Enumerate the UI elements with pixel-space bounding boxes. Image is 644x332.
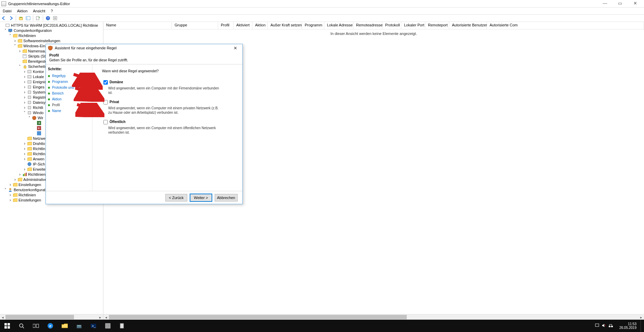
svg-text:e: e [49, 324, 51, 328]
tree-label: Registri [33, 95, 46, 99]
taskbar-clock[interactable]: 11:53 26.05.2019 [617, 322, 639, 330]
up-button[interactable] [18, 15, 24, 21]
col-autorisierte-computer[interactable]: Autorisierte Com [487, 22, 644, 29]
svg-rect-24 [28, 111, 31, 114]
col-name[interactable]: Name [103, 22, 172, 29]
scroll-right-icon[interactable]: ▸ [98, 315, 103, 320]
svg-rect-10 [6, 24, 9, 27]
tray[interactable] [593, 323, 615, 329]
menu-datei[interactable]: Datei [1, 8, 13, 14]
checkbox-privat-label[interactable]: Privat [110, 100, 119, 104]
scroll-thumb[interactable] [5, 315, 74, 319]
show-desktop-button[interactable] [641, 320, 643, 332]
column-headers: Name Gruppe Profil Aktiviert Aktion Auße… [103, 22, 644, 29]
scroll-left-icon[interactable]: ◂ [0, 315, 5, 320]
taskbar[interactable]: e >_ 11:53 26.05.2019 [0, 320, 644, 332]
tree-label: Richtlin [33, 147, 45, 151]
step-label: Profil [52, 103, 60, 107]
taskbar-explorer-icon[interactable] [58, 320, 72, 332]
step-bereich[interactable]: Bereich [48, 90, 90, 96]
step-link[interactable]: Name [52, 109, 61, 113]
checkbox-domaene-label[interactable]: Domäne [110, 80, 123, 84]
col-autorisierte-benutzer[interactable]: Autorisierte Benutzer [449, 22, 487, 29]
col-ausser-kraft[interactable]: Außer Kraft setzen [268, 22, 302, 29]
search-button[interactable] [14, 320, 29, 332]
svg-rect-17 [28, 75, 31, 78]
col-lokaler-port[interactable]: Lokaler Port [401, 22, 425, 29]
svg-rect-30 [24, 173, 25, 176]
dialog-titlebar[interactable]: Assistent für neue eingehende Regel ✕ [46, 44, 242, 52]
back-button[interactable] [1, 15, 7, 21]
col-aktion[interactable]: Aktion [252, 22, 268, 29]
col-programm[interactable]: Programm [302, 22, 324, 29]
properties-button[interactable] [52, 15, 58, 21]
svg-rect-27 [37, 131, 41, 135]
svg-rect-13 [23, 54, 26, 58]
tree-label: Richtlin [33, 152, 45, 156]
tree-hscrollbar[interactable]: ◂ ▸ [0, 314, 103, 320]
taskbar-server-manager-icon[interactable] [72, 320, 86, 332]
tree-label: Namensau [28, 49, 46, 53]
tree-root[interactable]: HTTPS für WinRM [DC2016.ADG.LOCAL] Richt… [0, 23, 103, 28]
scroll-thumb[interactable] [109, 315, 407, 319]
scroll-left-icon[interactable]: ◂ [103, 315, 109, 320]
cancel-button[interactable]: Abbrechen [215, 194, 238, 201]
step-link[interactable]: Programm [52, 80, 68, 84]
step-link[interactable]: Regeltyp [52, 74, 65, 78]
svg-text:?: ? [47, 16, 49, 20]
close-button[interactable]: ✕ [628, 0, 643, 7]
task-view-button[interactable] [29, 320, 43, 332]
col-profil[interactable]: Profil [218, 22, 233, 29]
list-hscrollbar[interactable]: ◂ ▸ [103, 314, 644, 320]
tree-label: System [33, 90, 46, 94]
tray-flag-icon[interactable] [595, 323, 599, 329]
scroll-right-icon[interactable]: ▸ [639, 315, 644, 320]
start-button[interactable] [0, 320, 14, 332]
tree-softwareeinstellungen[interactable]: Softwareeinstellungen [0, 38, 103, 43]
step-regeltyp[interactable]: Regeltyp [48, 73, 90, 79]
export-button[interactable] [35, 15, 41, 21]
help-button[interactable]: ? [45, 15, 51, 21]
menu-aktion[interactable]: Aktion [16, 8, 29, 14]
tree-computerkonfiguration[interactable]: Computerkonfiguration [0, 28, 103, 33]
step-programm[interactable]: Programm [48, 79, 90, 85]
next-button[interactable]: Weiter > [190, 194, 212, 201]
forward-button[interactable] [8, 15, 14, 21]
show-hide-tree-button[interactable] [25, 15, 31, 21]
step-protokolle[interactable]: Protokolle und Ports [48, 85, 90, 90]
col-gruppe[interactable]: Gruppe [172, 22, 218, 29]
step-aktion[interactable]: Aktion [48, 96, 90, 102]
col-lokale-adresse[interactable]: Lokale Adresse [324, 22, 353, 29]
step-name[interactable]: Name [48, 108, 90, 114]
svg-rect-15 [24, 66, 26, 68]
step-link[interactable]: Aktion [52, 97, 62, 101]
menu-help[interactable]: ? [49, 8, 54, 14]
taskbar-ie-icon[interactable]: e [43, 320, 58, 332]
tree-label: Richtli [33, 106, 43, 110]
dialog-close-button[interactable]: ✕ [230, 46, 240, 51]
toolbar: ? [0, 14, 644, 22]
checkbox-oeffentlich[interactable] [103, 120, 108, 124]
checkbox-privat[interactable] [103, 100, 108, 104]
step-link[interactable]: Protokolle und Ports [52, 86, 83, 89]
clock-date: 26.05.2019 [619, 326, 636, 330]
checkbox-domaene[interactable] [103, 80, 108, 85]
back-button[interactable]: < Zurück [165, 194, 187, 201]
minimize-button[interactable]: — [597, 0, 613, 7]
taskbar-powershell-icon[interactable]: >_ [86, 320, 101, 332]
taskbar-app-icon-1[interactable] [101, 320, 115, 332]
tray-volume-icon[interactable] [602, 323, 606, 329]
taskbar-app-icon-2[interactable] [115, 320, 129, 332]
col-remoteadresse[interactable]: Remoteadresse [353, 22, 382, 29]
tree-richtlinien[interactable]: Richtlinien [0, 33, 103, 38]
tray-network-icon[interactable] [608, 323, 613, 329]
maximize-button[interactable]: ▭ [613, 0, 628, 7]
step-link[interactable]: Bereich [52, 91, 64, 95]
menu-ansicht[interactable]: Ansicht [31, 8, 47, 14]
col-protokoll[interactable]: Protokoll [382, 22, 401, 29]
checkbox-oeffentlich-label[interactable]: Öffentlich [110, 120, 126, 124]
col-remoteport[interactable]: Remoteport [425, 22, 449, 29]
svg-rect-20 [28, 91, 31, 94]
col-aktiviert[interactable]: Aktiviert [233, 22, 252, 29]
empty-list-message: In dieser Ansicht werden keine Elemente … [103, 29, 644, 38]
